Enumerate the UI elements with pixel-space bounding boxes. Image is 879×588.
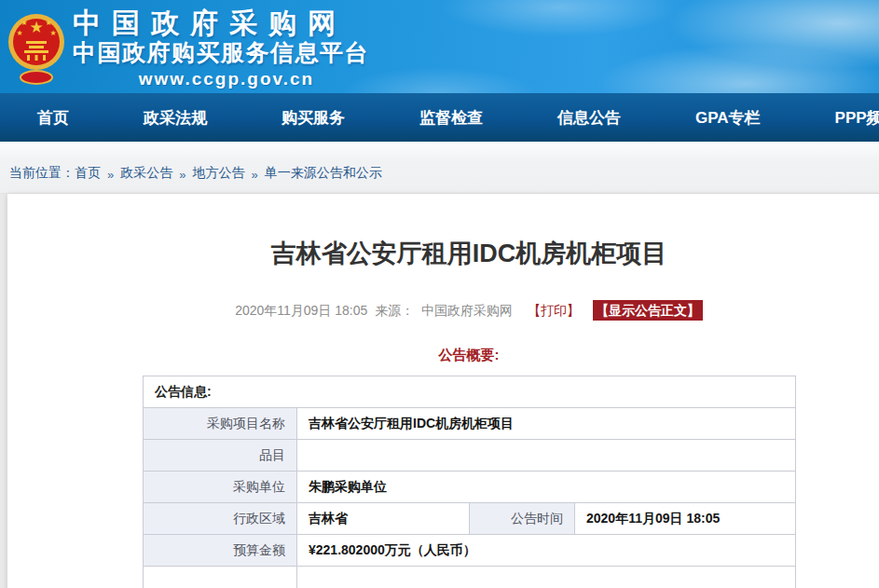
svg-text:★: ★ xyxy=(49,29,56,37)
table-row: 采购项目名称 吉林省公安厅租用IDC机房机柜项目 xyxy=(144,408,796,440)
article-meta: 2020年11月09日 18:05 来源： 中国政府采购网 【打印】 【显示公告… xyxy=(7,300,879,321)
purchaser-label: 采购单位 xyxy=(144,472,297,503)
nav-item-supervision[interactable]: 监督检查 xyxy=(419,107,483,129)
breadcrumb-link-procurement-notices[interactable]: 政采公告 xyxy=(120,165,172,182)
table-row: 行政区域 吉林省 公告时间 2020年11月09日 18:05 xyxy=(144,503,796,535)
budget-value: ¥221.802000万元（人民币） xyxy=(297,535,796,567)
svg-text:★: ★ xyxy=(45,19,51,27)
nav-item-home[interactable]: 首页 xyxy=(37,107,69,129)
site-url: www.ccgp.gov.cn xyxy=(73,68,380,90)
breadcrumb-link-home[interactable]: 首页 xyxy=(75,165,101,182)
svg-text:★: ★ xyxy=(29,18,43,36)
site-subtitle: 中国政府购买服务信息平台 xyxy=(73,39,380,66)
national-emblem-icon: ★ ★ ★ ★ ★ xyxy=(7,7,65,86)
source-name: 中国政府采购网 xyxy=(421,303,513,318)
table-row: 公告信息: xyxy=(144,376,796,408)
site-banner: ★ ★ ★ ★ ★ 中国政府采购网 中国政府购买服务信息平台 www.ccgp.… xyxy=(0,0,879,93)
main-navigation: 首页 政采法规 购买服务 监督检查 信息公告 GPA专栏 PPP频道 xyxy=(0,93,879,142)
show-full-text-button[interactable]: 【显示公告正文】 xyxy=(593,300,703,321)
page-title: 吉林省公安厅租用IDC机房机柜项目 xyxy=(7,194,879,275)
table-row: 品目 xyxy=(144,440,796,472)
region-label: 行政区域 xyxy=(144,503,297,535)
breadcrumb-separator-icon: » xyxy=(179,168,185,182)
article-card: 吉林省公安厅租用IDC机房机柜项目 2020年11月09日 18:05 来源： … xyxy=(7,194,879,588)
summary-heading: 公告概要: xyxy=(7,346,879,364)
breadcrumb-prefix: 当前位置： xyxy=(9,165,75,182)
breadcrumb-separator-icon: » xyxy=(107,168,114,182)
home-banner-link[interactable]: ★ ★ ★ ★ ★ 中国政府采购网 中国政府购买服务信息平台 www.ccgp.… xyxy=(7,7,380,90)
breadcrumb-link-local-notices[interactable]: 地方公告 xyxy=(192,165,244,182)
table-row: 预算金额 ¥221.802000万元（人民币） xyxy=(144,535,796,567)
table-row xyxy=(144,567,796,588)
breadcrumb-link-single-source[interactable]: 单一来源公告和公示 xyxy=(265,165,382,182)
breadcrumb-separator-icon: » xyxy=(251,168,257,182)
announcement-info-table: 公告信息: 采购项目名称 吉林省公安厅租用IDC机房机柜项目 品目 采购单位 朱… xyxy=(143,376,796,588)
source-label: 来源： xyxy=(375,303,414,318)
project-name-value: 吉林省公安厅租用IDC机房机柜项目 xyxy=(297,408,796,440)
nav-item-announcements[interactable]: 信息公告 xyxy=(557,107,621,129)
nav-item-gpa[interactable]: GPA专栏 xyxy=(695,107,761,129)
table-section-header: 公告信息: xyxy=(144,376,796,408)
region-value: 吉林省 xyxy=(297,503,470,535)
nav-item-purchase-services[interactable]: 购买服务 xyxy=(282,107,345,129)
table-row: 采购单位 朱鹏采购单位 xyxy=(144,472,796,503)
announce-time-label: 公告时间 xyxy=(470,503,575,535)
publish-datetime: 2020年11月09日 18:05 xyxy=(235,303,367,318)
print-button[interactable]: 【打印】 xyxy=(528,303,580,318)
announce-time-value: 2020年11月09日 18:05 xyxy=(575,503,796,535)
svg-text:★: ★ xyxy=(16,29,22,37)
svg-text:★: ★ xyxy=(21,19,27,27)
purchaser-value: 朱鹏采购单位 xyxy=(297,472,796,503)
site-title: 中国政府采购网 xyxy=(73,7,380,39)
project-name-label: 采购项目名称 xyxy=(144,408,297,440)
category-label: 品目 xyxy=(144,440,297,472)
budget-label: 预算金额 xyxy=(144,535,297,567)
nav-item-regulations[interactable]: 政采法规 xyxy=(144,107,207,129)
category-value xyxy=(297,440,796,472)
breadcrumb: 当前位置： 首页 » 政采公告 » 地方公告 » 单一来源公告和公示 xyxy=(0,142,879,194)
nav-item-ppp[interactable]: PPP频道 xyxy=(835,107,879,129)
